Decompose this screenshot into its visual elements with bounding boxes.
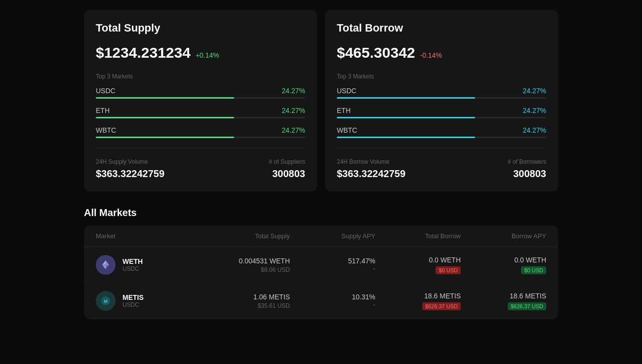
supply-market-usdc-bar-bg: [96, 97, 305, 99]
table-row[interactable]: WETH USDC 0.004531 WETH $8.06 USD 517.47…: [84, 247, 558, 283]
metis-borrow-apy-badge: $626.37 USD: [508, 302, 546, 310]
weth-icon: [96, 255, 116, 275]
borrow-market-usdc-pct: 24.27%: [523, 87, 546, 95]
weth-borrow-badge: $0 USD: [436, 266, 461, 274]
supply-change: +0.14%: [196, 51, 219, 59]
weth-borrow-apy: 0.0 WETH $0 USD: [461, 256, 546, 274]
weth-supply-sub: $8.06 USD: [204, 266, 290, 273]
metis-market-cell: M METIS USDC: [96, 291, 204, 311]
supply-total-value: $1234.231234: [96, 44, 191, 61]
supply-volume-value: $363.32242759: [96, 168, 164, 180]
supply-market-wbtc-bar-fill: [96, 137, 234, 138]
metis-token-sub: USDC: [122, 301, 144, 308]
borrow-top-markets-label: Top 3 Markets: [337, 73, 546, 80]
metis-supply-main: 1.06 METIS: [204, 293, 290, 301]
supply-market-usdc: USDC 24.27%: [96, 87, 305, 99]
th-borrow-apy: Borrow APY: [461, 232, 546, 240]
borrow-market-eth-bar-bg: [337, 117, 546, 118]
supply-market-eth: ETH 24.27%: [96, 107, 305, 118]
metis-icon: M: [96, 291, 116, 311]
supply-market-wbtc-pct: 24.27%: [282, 126, 305, 134]
supply-market-usdc-name: USDC: [96, 87, 116, 95]
weth-market-cell: WETH USDC: [96, 255, 204, 275]
metis-borrow-apy: 18.6 METIS $626.37 USD: [461, 292, 546, 310]
borrow-total-row: $465.30342 -0.14%: [337, 44, 546, 61]
markets-table: Market Total Supply Supply APY Total Bor…: [84, 225, 558, 319]
borrow-change: -0.14%: [420, 51, 442, 59]
borrow-market-usdc-name: USDC: [337, 87, 357, 95]
metis-total-supply: 1.06 METIS $35.61 USD: [204, 293, 290, 309]
borrowers-label: # of Borrowers: [508, 158, 546, 165]
weth-borrow-apy-badge: $0 USD: [521, 266, 546, 274]
metis-supply-apy-dash: -: [290, 301, 375, 309]
supply-market-usdc-pct: 24.27%: [282, 87, 305, 95]
supply-market-usdc-bar-fill: [96, 97, 234, 99]
borrow-volume-value: $363.32242759: [337, 168, 405, 180]
borrowers-block: # of Borrowers 300803: [508, 158, 546, 180]
metis-supply-apy: 10.31% -: [290, 293, 375, 309]
th-supply-apy: Supply APY: [290, 232, 375, 240]
metis-total-borrow: 18.6 METIS $626.37 USD: [375, 292, 461, 310]
total-supply-card: Total Supply $1234.231234 +0.14% Top 3 M…: [84, 10, 317, 191]
borrow-market-wbtc-name: WBTC: [337, 126, 357, 134]
supply-total-row: $1234.231234 +0.14%: [96, 44, 305, 61]
cards-row: Total Supply $1234.231234 +0.14% Top 3 M…: [84, 10, 558, 191]
borrow-market-usdc: USDC 24.27%: [337, 87, 546, 99]
metis-token-info: METIS USDC: [122, 293, 144, 308]
borrow-market-wbtc-pct: 24.27%: [523, 126, 546, 134]
weth-total-borrow: 0.0 WETH $0 USD: [375, 256, 461, 274]
suppliers-value: 300803: [269, 168, 305, 180]
weth-total-supply: 0.004531 WETH $8.06 USD: [204, 257, 290, 273]
table-row[interactable]: M METIS USDC 1.06 METIS $35.61 USD 10.31…: [84, 283, 558, 319]
weth-borrow-apy-main: 0.0 WETH: [461, 256, 546, 264]
borrow-market-wbtc-bar-fill: [337, 137, 475, 138]
borrow-market-eth-bar-fill: [337, 117, 475, 118]
suppliers-block: # of Suppliers 300803: [269, 158, 305, 180]
metis-supply-sub: $35.61 USD: [204, 302, 290, 309]
suppliers-label: # of Suppliers: [269, 158, 305, 165]
borrow-stats-row: 24H Borrow Volume $363.32242759 # of Bor…: [337, 158, 546, 180]
metis-borrow-main: 18.6 METIS: [375, 292, 461, 300]
metis-token-name: METIS: [122, 293, 144, 301]
supply-market-eth-pct: 24.27%: [282, 107, 305, 114]
weth-token-info: WETH USDC: [122, 257, 143, 272]
weth-supply-apy-dash: -: [290, 265, 375, 273]
weth-token-name: WETH: [122, 257, 143, 265]
th-total-supply: Total Supply: [204, 232, 290, 240]
all-markets-section: All Markets Market Total Supply Supply A…: [84, 207, 558, 319]
borrow-market-usdc-bar-fill: [337, 97, 475, 99]
weth-supply-main: 0.004531 WETH: [204, 257, 290, 265]
all-markets-title: All Markets: [84, 207, 558, 218]
weth-supply-apy: 517.47% -: [290, 257, 375, 273]
borrow-card-title: Total Borrow: [337, 22, 546, 35]
total-borrow-card: Total Borrow $465.30342 -0.14% Top 3 Mar…: [325, 10, 558, 191]
supply-volume-label: 24H Supply Volume: [96, 158, 164, 165]
supply-top-markets-label: Top 3 Markets: [96, 73, 305, 80]
supply-stats-row: 24H Supply Volume $363.32242759 # of Sup…: [96, 158, 305, 180]
borrow-market-eth: ETH 24.27%: [337, 107, 546, 118]
borrowers-value: 300803: [508, 168, 546, 180]
metis-borrow-badge: $626.37 USD: [422, 302, 461, 310]
metis-borrow-apy-main: 18.6 METIS: [461, 292, 546, 300]
borrow-market-usdc-bar-bg: [337, 97, 546, 99]
supply-market-eth-bar-bg: [96, 117, 305, 118]
metis-supply-apy-value: 10.31%: [290, 293, 375, 301]
borrow-market-wbtc-bar-bg: [337, 137, 546, 138]
borrow-market-eth-name: ETH: [337, 107, 351, 114]
borrow-volume-label: 24H Borrow Volume: [337, 158, 405, 165]
supply-market-wbtc-name: WBTC: [96, 126, 116, 134]
weth-supply-apy-value: 517.47%: [290, 257, 375, 265]
supply-card-title: Total Supply: [96, 22, 305, 35]
supply-volume-block: 24H Supply Volume $363.32242759: [96, 158, 164, 180]
table-header: Market Total Supply Supply APY Total Bor…: [84, 225, 558, 247]
supply-market-eth-bar-fill: [96, 117, 234, 118]
svg-text:M: M: [104, 299, 108, 304]
th-total-borrow: Total Borrow: [375, 232, 461, 240]
borrow-market-wbtc: WBTC 24.27%: [337, 126, 546, 138]
borrow-total-value: $465.30342: [337, 44, 415, 61]
supply-market-wbtc: WBTC 24.27%: [96, 126, 305, 138]
supply-market-wbtc-bar-bg: [96, 137, 305, 138]
weth-borrow-main: 0.0 WETH: [375, 256, 461, 264]
supply-market-eth-name: ETH: [96, 107, 110, 114]
weth-token-sub: USDC: [122, 265, 143, 272]
